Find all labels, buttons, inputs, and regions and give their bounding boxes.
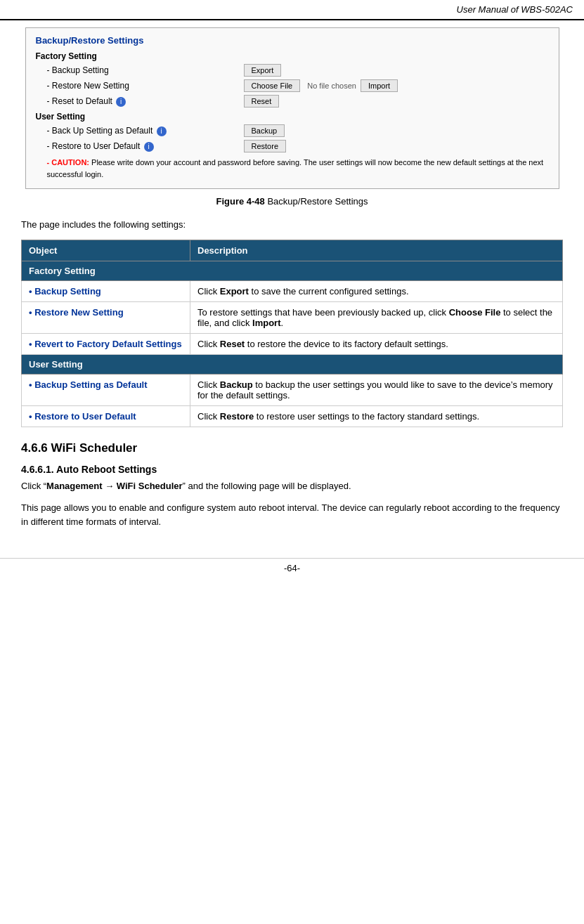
desc-col: To restore settings that have been previ… xyxy=(190,301,563,333)
restore-new-setting-label: - Restore New Setting xyxy=(47,81,244,91)
revert-factory-object: Revert to Factory Default Settings xyxy=(29,339,182,349)
backup-setting-row: - Backup Setting Export xyxy=(47,64,549,77)
restore-new-object: Restore New Setting xyxy=(29,307,124,318)
factory-section-row: Factory Setting xyxy=(22,261,563,280)
no-file-text: No file chosen xyxy=(307,82,356,90)
desc-col: Click Backup to backup the user settings… xyxy=(190,374,563,405)
import-bold: Import xyxy=(252,318,280,328)
file-input-area: Choose File No file chosen Import xyxy=(244,79,401,92)
restore-user-label: - Restore to User Default i xyxy=(47,141,244,152)
settings-table: Object Description Factory Setting Backu… xyxy=(21,240,563,427)
paragraph1: Click “Management → WiFi Scheduler” and … xyxy=(21,479,563,494)
restore-button[interactable]: Restore xyxy=(244,140,287,152)
desc-col: Click Restore to restore user settings t… xyxy=(190,405,563,427)
choose-file-bold: Choose File xyxy=(449,307,501,318)
reset-default-row: - Reset to Default i Reset xyxy=(47,95,549,108)
page-footer: -64- xyxy=(0,558,584,573)
choose-file-button[interactable]: Choose File xyxy=(244,79,301,92)
backup-setting-label: - Backup Setting xyxy=(47,65,244,75)
figure-text: Backup/Restore Settings xyxy=(265,196,368,207)
reset-default-label: - Reset to Default i xyxy=(47,96,244,107)
caution-text: Please write down your account and passw… xyxy=(47,158,544,178)
figure-bold: Figure 4-48 xyxy=(216,196,264,207)
page-header: User Manual of WBS-502AC xyxy=(0,0,584,20)
info-icon[interactable]: i xyxy=(116,97,126,107)
object-col: Revert to Factory Default Settings xyxy=(22,333,190,354)
paragraph1-bold: Management → WiFi Scheduler xyxy=(46,481,182,491)
figure-caption: Figure 4-48 Backup/Restore Settings xyxy=(21,196,563,207)
object-col: Restore to User Default xyxy=(22,405,190,427)
import-button[interactable]: Import xyxy=(361,79,398,92)
device-screenshot: Backup/Restore Settings Factory Setting … xyxy=(25,27,559,189)
col1-header: Object xyxy=(22,240,190,261)
user-section-label: User Setting xyxy=(36,112,549,122)
object-col: Backup Setting as Default xyxy=(22,374,190,405)
screenshot-title: Backup/Restore Settings xyxy=(36,35,549,46)
restore-user-default-row: - Restore to User Default i Restore xyxy=(47,140,549,152)
info-icon-restore[interactable]: i xyxy=(144,142,154,152)
info-icon-backup[interactable]: i xyxy=(157,126,167,136)
reset-button[interactable]: Reset xyxy=(244,95,280,108)
desc-col: Click Export to save the current configu… xyxy=(190,280,563,301)
col2-header: Description xyxy=(190,240,563,261)
backup-button[interactable]: Backup xyxy=(244,124,285,137)
page-number: -64- xyxy=(284,563,300,573)
object-col: Restore New Setting xyxy=(22,301,190,333)
table-row: Revert to Factory Default Settings Click… xyxy=(22,333,563,354)
caution-label: - CAUTION: xyxy=(47,158,90,167)
table-row: Restore New Setting To restore settings … xyxy=(22,301,563,333)
restore-new-setting-row: - Restore New Setting Choose File No fil… xyxy=(47,79,549,92)
table-row: Backup Setting as Default Click Backup t… xyxy=(22,374,563,405)
factory-section-cell: Factory Setting xyxy=(22,261,563,280)
desc-col: Click Reset to restore the device to its… xyxy=(190,333,563,354)
object-col: Backup Setting xyxy=(22,280,190,301)
user-section-cell: User Setting xyxy=(22,354,563,374)
factory-section-label: Factory Setting xyxy=(36,51,549,61)
table-row: Backup Setting Click Export to save the … xyxy=(22,280,563,301)
export-button[interactable]: Export xyxy=(244,64,282,77)
intro-text: The page includes the following settings… xyxy=(21,218,563,233)
backup-default-row: - Back Up Setting as Default i Backup xyxy=(47,124,549,137)
backup-setting-object: Backup Setting xyxy=(29,286,101,297)
section-heading-466: 4.6.6 WiFi Scheduler xyxy=(21,441,563,455)
user-section-row: User Setting xyxy=(22,354,563,374)
backup-default-label: - Back Up Setting as Default i xyxy=(47,126,244,136)
caution-row: - CAUTION: Please write down your accoun… xyxy=(47,157,549,180)
backup-default-object: Backup Setting as Default xyxy=(29,379,148,390)
table-row: Restore to User Default Click Restore to… xyxy=(22,405,563,427)
section-heading-4661: 4.6.6.1. Auto Reboot Settings xyxy=(21,464,563,475)
paragraph2: This page allows you to enable and confi… xyxy=(21,501,563,531)
restore-user-object: Restore to User Default xyxy=(29,411,136,422)
